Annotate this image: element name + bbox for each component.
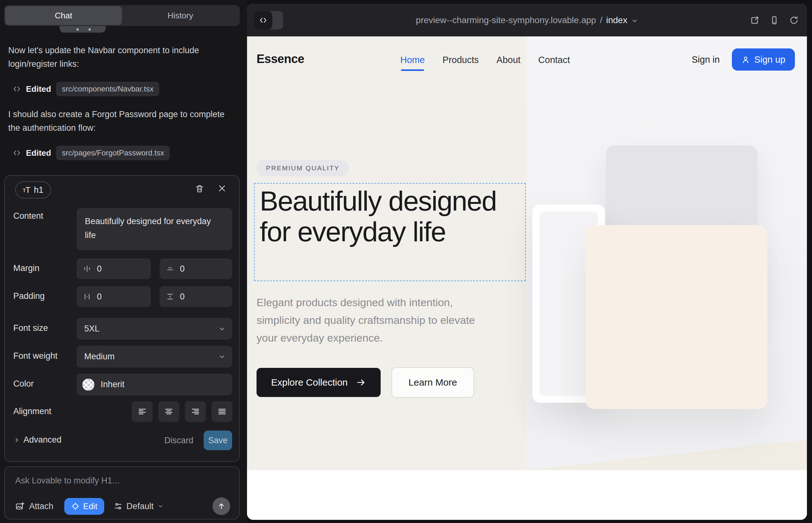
assistant-message: Now let's update the Navbar component to…	[8, 44, 230, 71]
chevron-down-icon	[631, 17, 638, 24]
chat-composer: Attach Edit Default	[4, 466, 240, 520]
mobile-view-icon[interactable]	[770, 16, 779, 25]
code-icon	[13, 149, 21, 157]
alignment-group	[132, 401, 232, 422]
attach-button[interactable]: Attach	[15, 502, 54, 511]
margin-y-input[interactable]: 0	[160, 258, 232, 279]
close-icon[interactable]	[217, 184, 226, 193]
selected-element-outline[interactable]: Beautifully designed for everyday life	[254, 183, 526, 281]
type-icon: тT	[23, 185, 30, 195]
font-size-select[interactable]: 5XL	[77, 318, 232, 340]
content-label: Content	[13, 211, 43, 221]
preview-browser: preview--charming-site-symphony.lovable.…	[247, 4, 807, 520]
font-weight-label: Font weight	[13, 351, 58, 361]
chrome-actions	[750, 4, 799, 36]
url-bar[interactable]: preview--charming-site-symphony.lovable.…	[247, 4, 807, 36]
color-label: Color	[13, 379, 34, 389]
edited-label: Edited	[26, 148, 51, 158]
edited-file-row: Edited src/components/Navbar.tsx	[13, 82, 159, 96]
color-select[interactable]: Inherit	[77, 374, 232, 395]
composer-toolbar: Attach Edit Default	[15, 497, 230, 515]
chevron-down-icon	[218, 325, 226, 333]
edited-file-chip[interactable]: src/pages/ForgotPassword.tsx	[56, 146, 170, 160]
chevron-right-icon	[13, 437, 20, 444]
align-right-button[interactable]	[185, 401, 206, 422]
dot	[89, 29, 91, 30]
content-input[interactable]: Beautifully designed for everyday life	[77, 208, 232, 250]
hero-description: Elegant products designed with intention…	[257, 293, 488, 347]
element-tag: h1	[34, 185, 43, 195]
margin-horizontal-icon	[83, 265, 91, 273]
align-right-icon	[191, 407, 200, 416]
delete-element-icon[interactable]	[195, 184, 204, 194]
arrow-right-icon	[356, 377, 366, 387]
url-host: preview--charming-site-symphony.lovable.…	[416, 15, 596, 25]
edited-label: Edited	[26, 84, 51, 94]
margin-label: Margin	[13, 264, 40, 273]
mode-select[interactable]: Default	[114, 502, 164, 511]
selected-element-pill[interactable]: тT h1	[15, 181, 51, 198]
padding-x-input[interactable]: 0	[77, 286, 151, 307]
chevron-down-icon	[218, 353, 226, 361]
auth-actions: Sign in Sign up	[692, 49, 795, 71]
browser-chrome: preview--charming-site-symphony.lovable.…	[247, 4, 807, 36]
edited-file-chip[interactable]: src/components/Navbar.tsx	[56, 82, 159, 96]
padding-label: Padding	[13, 291, 45, 301]
panel-footer: Advanced Discard Save	[5, 431, 239, 454]
hero-section: Essence Home Products About Contact Sign…	[247, 36, 807, 470]
transparency-swatch-icon	[82, 379, 94, 391]
arrow-up-icon	[217, 502, 226, 510]
align-center-button[interactable]	[158, 401, 179, 422]
sign-up-button[interactable]: Sign up	[732, 49, 795, 71]
chat-sidebar: Chat History Now let's update the Navbar…	[0, 0, 247, 523]
padding-horizontal-icon	[83, 292, 91, 301]
edit-mode-chip[interactable]: Edit	[64, 498, 105, 515]
discard-button[interactable]: Discard	[164, 436, 194, 446]
user-icon	[741, 55, 750, 64]
save-button[interactable]: Save	[204, 431, 232, 450]
nav-link-contact[interactable]: Contact	[539, 55, 570, 65]
learn-more-button[interactable]: Learn More	[391, 367, 474, 398]
target-icon	[71, 502, 80, 510]
tab-history[interactable]: History	[122, 6, 239, 25]
tab-chat[interactable]: Chat	[5, 6, 122, 25]
explore-collection-button[interactable]: Explore Collection	[257, 368, 381, 397]
padding-y-input[interactable]: 0	[160, 286, 232, 307]
dot	[77, 29, 78, 30]
margin-vertical-icon	[166, 265, 174, 273]
align-left-icon	[138, 407, 147, 416]
open-external-icon[interactable]	[750, 16, 759, 25]
decorative-card-beige	[586, 225, 767, 409]
assistant-message: I should also create a Forgot Password p…	[8, 108, 230, 135]
chevron-down-icon	[157, 503, 164, 509]
url-page: index	[606, 15, 628, 25]
font-weight-select[interactable]: Medium	[77, 346, 232, 367]
sign-in-link[interactable]: Sign in	[692, 54, 720, 65]
send-button[interactable]	[212, 497, 230, 515]
refresh-icon[interactable]	[789, 16, 799, 25]
hero-content: PREMIUM QUALITY Beautifully designed for…	[247, 36, 539, 470]
padding-vertical-icon	[166, 292, 174, 301]
hero-badge: PREMIUM QUALITY	[257, 160, 349, 176]
alignment-label: Alignment	[13, 407, 51, 416]
element-editor-panel: тT h1 Content Beautifully designed for e…	[4, 175, 240, 462]
align-left-button[interactable]	[132, 401, 153, 422]
code-icon	[13, 85, 21, 93]
chat-input[interactable]	[15, 476, 224, 486]
hero-heading[interactable]: Beautifully designed for everyday life	[254, 184, 525, 249]
image-plus-icon	[15, 502, 25, 511]
margin-x-input[interactable]: 0	[77, 258, 151, 279]
scrolled-message-chip	[59, 26, 106, 33]
site-viewport: Essence Home Products About Contact Sign…	[247, 36, 807, 520]
align-justify-button[interactable]	[212, 401, 232, 422]
edited-file-row: Edited src/pages/ForgotPassword.tsx	[13, 146, 170, 160]
sidebar-tabs: Chat History	[4, 5, 240, 26]
advanced-expander[interactable]: Advanced	[13, 435, 61, 445]
url-separator: /	[600, 15, 602, 25]
align-center-icon	[164, 407, 174, 416]
align-justify-icon	[217, 407, 227, 416]
font-size-label: Font size	[13, 323, 48, 333]
sliders-icon	[114, 502, 123, 511]
hero-cta-row: Explore Collection Learn More	[257, 368, 474, 398]
